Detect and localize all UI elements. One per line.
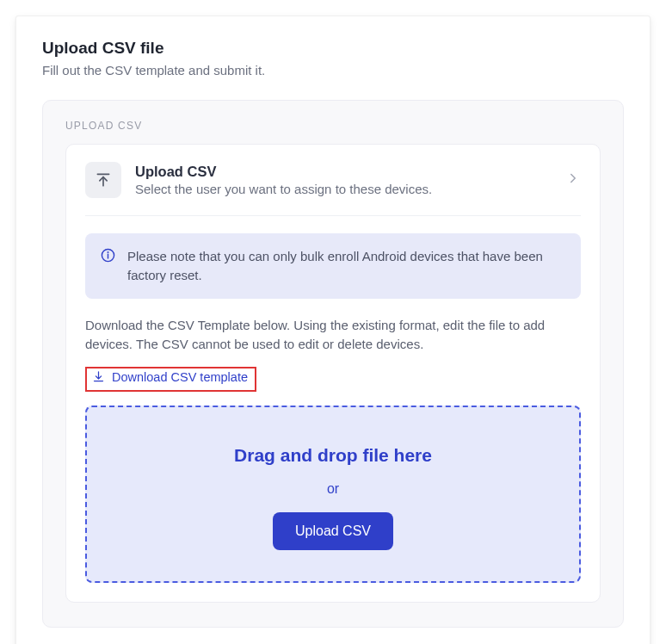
svg-point-4 <box>108 252 108 253</box>
dropzone-title: Drag and drop file here <box>234 445 432 466</box>
dropzone-or: or <box>327 481 339 497</box>
upload-csv-button[interactable]: Upload CSV <box>273 512 393 550</box>
download-csv-template-link[interactable]: Download CSV template <box>92 370 248 384</box>
step-header[interactable]: Upload CSV Select the user you want to a… <box>85 162 581 216</box>
info-banner: Please note that you can only bulk enrol… <box>85 233 581 299</box>
download-csv-template-label: Download CSV template <box>112 370 248 384</box>
step-text: Upload CSV Select the user you want to a… <box>135 164 552 196</box>
info-banner-text: Please note that you can only bulk enrol… <box>127 247 565 285</box>
step-title: Upload CSV <box>135 164 552 180</box>
instruction-text: Download the CSV Template below. Using t… <box>85 316 581 355</box>
file-dropzone[interactable]: Drag and drop file here or Upload CSV <box>85 406 581 583</box>
upload-icon <box>85 162 121 198</box>
section-label: UPLOAD CSV <box>65 120 601 132</box>
page-subtitle: Fill out the CSV template and submit it. <box>42 63 624 77</box>
chevron-right-icon <box>565 170 581 189</box>
step-description: Select the user you want to assign to th… <box>135 182 552 196</box>
upload-csv-page: Upload CSV file Fill out the CSV templat… <box>15 15 651 644</box>
info-icon <box>101 248 115 266</box>
upload-csv-section: UPLOAD CSV Upload CSV Select the user yo… <box>42 100 624 628</box>
upload-csv-card: Upload CSV Select the user you want to a… <box>65 144 601 603</box>
page-title: Upload CSV file <box>42 39 624 58</box>
download-highlight: Download CSV template <box>85 367 256 393</box>
